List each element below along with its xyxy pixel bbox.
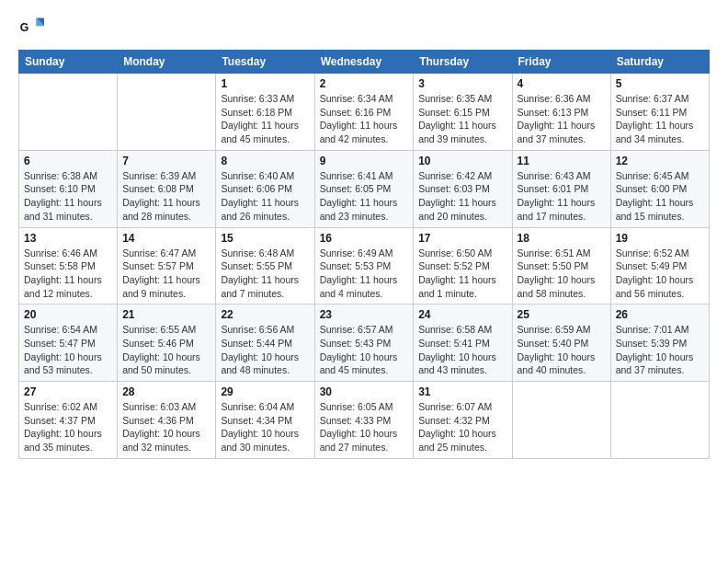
day-number: 10 xyxy=(418,155,506,167)
day-number: 7 xyxy=(122,155,210,167)
day-number: 25 xyxy=(518,308,606,321)
day-info: Sunrise: 6:33 AM Sunset: 6:18 PM Dayligh… xyxy=(221,92,309,146)
calendar-cell: 9Sunrise: 6:41 AM Sunset: 6:05 PM Daylig… xyxy=(314,150,414,227)
day-number: 8 xyxy=(221,155,309,167)
day-info: Sunrise: 6:05 AM Sunset: 4:33 PM Dayligh… xyxy=(320,400,409,454)
day-number: 21 xyxy=(122,308,210,321)
day-info: Sunrise: 6:54 AM Sunset: 5:47 PM Dayligh… xyxy=(24,323,112,377)
day-number: 4 xyxy=(518,77,606,90)
day-info: Sunrise: 6:34 AM Sunset: 6:16 PM Dayligh… xyxy=(320,92,409,146)
calendar-cell: 15Sunrise: 6:48 AM Sunset: 5:55 PM Dayli… xyxy=(216,227,314,304)
calendar-cell: 19Sunrise: 6:52 AM Sunset: 5:49 PM Dayli… xyxy=(610,227,709,304)
calendar-week-3: 13Sunrise: 6:46 AM Sunset: 5:58 PM Dayli… xyxy=(19,227,710,304)
day-info: Sunrise: 6:35 AM Sunset: 6:15 PM Dayligh… xyxy=(418,92,506,146)
weekday-header-sunday: Sunday xyxy=(19,51,118,74)
day-number: 18 xyxy=(518,232,606,245)
day-info: Sunrise: 6:39 AM Sunset: 6:08 PM Dayligh… xyxy=(122,169,210,224)
day-info: Sunrise: 6:46 AM Sunset: 5:58 PM Dayligh… xyxy=(24,247,112,301)
calendar-body: 1Sunrise: 6:33 AM Sunset: 6:18 PM Daylig… xyxy=(19,74,710,459)
calendar-cell: 18Sunrise: 6:51 AM Sunset: 5:50 PM Dayli… xyxy=(512,227,610,304)
day-info: Sunrise: 6:04 AM Sunset: 4:34 PM Dayligh… xyxy=(221,400,309,454)
day-info: Sunrise: 6:48 AM Sunset: 5:55 PM Dayligh… xyxy=(221,247,309,301)
weekday-header-wednesday: Wednesday xyxy=(314,51,414,74)
day-number: 5 xyxy=(616,77,704,90)
calendar-cell xyxy=(19,74,118,151)
calendar-week-1: 1Sunrise: 6:33 AM Sunset: 6:18 PM Daylig… xyxy=(19,74,710,151)
calendar: SundayMondayTuesdayWednesdayThursdayFrid… xyxy=(18,50,710,459)
day-info: Sunrise: 6:50 AM Sunset: 5:52 PM Dayligh… xyxy=(418,247,506,301)
day-info: Sunrise: 6:58 AM Sunset: 5:41 PM Dayligh… xyxy=(418,323,506,377)
calendar-cell xyxy=(512,382,610,459)
day-number: 23 xyxy=(320,308,409,321)
day-number: 22 xyxy=(221,308,309,321)
day-number: 24 xyxy=(418,308,506,321)
svg-text:G: G xyxy=(20,21,29,34)
calendar-cell: 28Sunrise: 6:03 AM Sunset: 4:36 PM Dayli… xyxy=(118,382,216,459)
calendar-cell xyxy=(610,382,709,459)
day-info: Sunrise: 6:51 AM Sunset: 5:50 PM Dayligh… xyxy=(518,247,606,301)
calendar-week-5: 27Sunrise: 6:02 AM Sunset: 4:37 PM Dayli… xyxy=(19,382,710,459)
logo: G xyxy=(18,15,48,40)
calendar-cell: 29Sunrise: 6:04 AM Sunset: 4:34 PM Dayli… xyxy=(216,382,314,459)
day-number: 28 xyxy=(122,385,210,398)
day-info: Sunrise: 6:02 AM Sunset: 4:37 PM Dayligh… xyxy=(24,400,112,454)
calendar-week-4: 20Sunrise: 6:54 AM Sunset: 5:47 PM Dayli… xyxy=(19,304,710,382)
day-info: Sunrise: 6:41 AM Sunset: 6:05 PM Dayligh… xyxy=(320,169,409,224)
day-info: Sunrise: 6:07 AM Sunset: 4:32 PM Dayligh… xyxy=(418,400,506,454)
day-number: 14 xyxy=(122,232,210,245)
day-info: Sunrise: 6:40 AM Sunset: 6:06 PM Dayligh… xyxy=(221,169,309,224)
day-number: 27 xyxy=(24,385,112,398)
day-number: 12 xyxy=(616,155,704,167)
calendar-cell: 1Sunrise: 6:33 AM Sunset: 6:18 PM Daylig… xyxy=(216,74,314,151)
calendar-cell: 26Sunrise: 7:01 AM Sunset: 5:39 PM Dayli… xyxy=(610,304,709,382)
calendar-header: SundayMondayTuesdayWednesdayThursdayFrid… xyxy=(19,51,710,74)
calendar-cell: 2Sunrise: 6:34 AM Sunset: 6:16 PM Daylig… xyxy=(314,74,414,151)
day-number: 11 xyxy=(518,155,606,167)
calendar-cell: 10Sunrise: 6:42 AM Sunset: 6:03 PM Dayli… xyxy=(414,150,512,227)
day-number: 1 xyxy=(221,77,309,90)
calendar-cell xyxy=(118,74,216,151)
day-info: Sunrise: 6:37 AM Sunset: 6:11 PM Dayligh… xyxy=(616,92,704,146)
day-number: 31 xyxy=(418,385,506,398)
day-number: 6 xyxy=(24,155,112,167)
day-info: Sunrise: 6:49 AM Sunset: 5:53 PM Dayligh… xyxy=(320,247,409,301)
calendar-cell: 16Sunrise: 6:49 AM Sunset: 5:53 PM Dayli… xyxy=(314,227,414,304)
day-info: Sunrise: 6:36 AM Sunset: 6:13 PM Dayligh… xyxy=(518,92,606,146)
logo-icon: G xyxy=(18,15,44,40)
day-number: 26 xyxy=(616,308,704,321)
day-number: 29 xyxy=(221,385,309,398)
weekday-header-saturday: Saturday xyxy=(610,51,709,74)
day-number: 30 xyxy=(320,385,409,398)
weekday-header-friday: Friday xyxy=(512,51,610,74)
calendar-cell: 4Sunrise: 6:36 AM Sunset: 6:13 PM Daylig… xyxy=(512,74,610,151)
day-info: Sunrise: 6:56 AM Sunset: 5:44 PM Dayligh… xyxy=(221,323,309,377)
day-number: 16 xyxy=(320,232,409,245)
calendar-cell: 23Sunrise: 6:57 AM Sunset: 5:43 PM Dayli… xyxy=(314,304,414,382)
weekday-header-thursday: Thursday xyxy=(414,51,512,74)
calendar-week-2: 6Sunrise: 6:38 AM Sunset: 6:10 PM Daylig… xyxy=(19,150,710,227)
day-number: 15 xyxy=(221,232,309,245)
day-info: Sunrise: 6:03 AM Sunset: 4:36 PM Dayligh… xyxy=(122,400,210,454)
calendar-cell: 27Sunrise: 6:02 AM Sunset: 4:37 PM Dayli… xyxy=(19,382,118,459)
day-number: 13 xyxy=(24,232,112,245)
day-info: Sunrise: 7:01 AM Sunset: 5:39 PM Dayligh… xyxy=(616,323,704,377)
calendar-cell: 8Sunrise: 6:40 AM Sunset: 6:06 PM Daylig… xyxy=(216,150,314,227)
day-number: 3 xyxy=(418,77,506,90)
calendar-cell: 20Sunrise: 6:54 AM Sunset: 5:47 PM Dayli… xyxy=(19,304,118,382)
weekday-header-tuesday: Tuesday xyxy=(216,51,314,74)
calendar-cell: 11Sunrise: 6:43 AM Sunset: 6:01 PM Dayli… xyxy=(512,150,610,227)
day-info: Sunrise: 6:42 AM Sunset: 6:03 PM Dayligh… xyxy=(418,169,506,224)
calendar-cell: 31Sunrise: 6:07 AM Sunset: 4:32 PM Dayli… xyxy=(414,382,512,459)
day-info: Sunrise: 6:47 AM Sunset: 5:57 PM Dayligh… xyxy=(122,247,210,301)
day-info: Sunrise: 6:55 AM Sunset: 5:46 PM Dayligh… xyxy=(122,323,210,377)
calendar-cell: 6Sunrise: 6:38 AM Sunset: 6:10 PM Daylig… xyxy=(19,150,118,227)
weekday-row: SundayMondayTuesdayWednesdayThursdayFrid… xyxy=(19,51,710,74)
calendar-cell: 25Sunrise: 6:59 AM Sunset: 5:40 PM Dayli… xyxy=(512,304,610,382)
day-info: Sunrise: 6:57 AM Sunset: 5:43 PM Dayligh… xyxy=(320,323,409,377)
calendar-cell: 5Sunrise: 6:37 AM Sunset: 6:11 PM Daylig… xyxy=(610,74,709,151)
calendar-cell: 30Sunrise: 6:05 AM Sunset: 4:33 PM Dayli… xyxy=(314,382,414,459)
calendar-cell: 7Sunrise: 6:39 AM Sunset: 6:08 PM Daylig… xyxy=(118,150,216,227)
day-number: 2 xyxy=(320,77,409,90)
calendar-cell: 14Sunrise: 6:47 AM Sunset: 5:57 PM Dayli… xyxy=(118,227,216,304)
header: G xyxy=(18,15,710,40)
